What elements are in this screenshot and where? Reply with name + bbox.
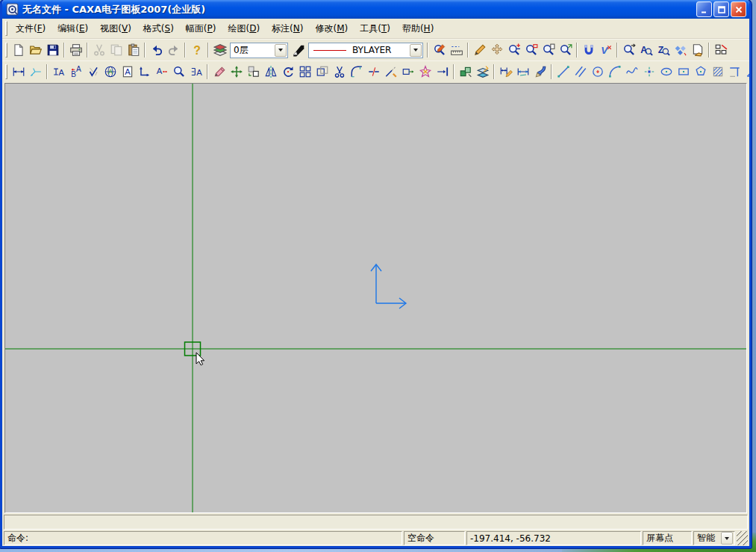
paste-button[interactable] xyxy=(125,42,142,59)
dynamic-pan-button[interactable] xyxy=(471,42,488,59)
help-button[interactable]: ? xyxy=(188,42,205,59)
command-history[interactable] xyxy=(4,515,748,530)
point-button[interactable] xyxy=(640,63,657,81)
cut-button[interactable] xyxy=(90,42,107,59)
menu-file[interactable]: 文件(F) xyxy=(10,20,51,37)
copy-button[interactable] xyxy=(107,42,125,59)
text-display-button[interactable]: A xyxy=(637,42,655,59)
title-bar[interactable]: 无名文件 - CAXA电子图板2007(企业版) xyxy=(2,0,749,19)
menu-grip[interactable] xyxy=(5,21,7,36)
display-ruler-button[interactable] xyxy=(448,42,465,59)
document-preview-button[interactable] xyxy=(689,42,706,59)
rotate-button[interactable] xyxy=(279,63,296,81)
fillet-button[interactable] xyxy=(348,63,365,81)
move-button[interactable] xyxy=(228,63,245,81)
drawing-canvas[interactable] xyxy=(5,84,746,512)
polygon-button[interactable] xyxy=(692,63,709,81)
toolbar-grip[interactable] xyxy=(5,43,7,58)
toolbar-grip[interactable] xyxy=(5,64,7,79)
print-button[interactable] xyxy=(67,42,84,59)
menu-help[interactable]: 帮助(H) xyxy=(396,20,440,37)
zoom-previous-button[interactable] xyxy=(557,42,574,59)
text-annotation-button[interactable]: A xyxy=(119,63,136,81)
block-create-button[interactable] xyxy=(457,63,474,81)
close-button[interactable] xyxy=(731,1,746,17)
arc-button[interactable] xyxy=(606,63,623,81)
resize-grip[interactable] xyxy=(737,531,748,545)
menu-modify[interactable]: 修改(M) xyxy=(309,20,354,37)
parallel-line-button[interactable] xyxy=(572,63,589,81)
menu-dimension[interactable]: 标注(N) xyxy=(266,20,309,37)
layer-change-button[interactable] xyxy=(474,63,491,81)
leader-button[interactable] xyxy=(27,63,44,81)
text-annotation-icon: A xyxy=(121,65,134,78)
point-mode-button[interactable]: 屏幕点 xyxy=(643,531,692,545)
hatch-button[interactable] xyxy=(709,63,726,81)
rectangle-button[interactable] xyxy=(675,63,692,81)
block-visibility-button[interactable] xyxy=(712,42,729,59)
text-edit-button[interactable]: A xyxy=(187,63,204,81)
copy-translate-button[interactable] xyxy=(245,63,262,81)
align-button[interactable] xyxy=(434,63,451,81)
vector-snap-button[interactable]: V xyxy=(597,42,614,59)
incline-line-button[interactable] xyxy=(743,63,749,81)
zoom-in-out-button[interactable] xyxy=(505,42,522,59)
perpendicular-line-button[interactable] xyxy=(726,63,743,81)
minimize-button[interactable] xyxy=(696,1,712,17)
open-file-button[interactable] xyxy=(27,42,44,59)
menu-paper[interactable]: 幅面(P) xyxy=(180,20,222,37)
extend-button[interactable] xyxy=(382,63,399,81)
character-spacing-button[interactable]: A xyxy=(153,63,170,81)
stretch-button[interactable] xyxy=(399,63,416,81)
menu-draw[interactable]: 绘图(D) xyxy=(222,20,266,37)
datum-code-button[interactable]: A xyxy=(50,63,67,81)
coordinate-dimension-button[interactable] xyxy=(136,63,153,81)
menu-view[interactable]: 视图(V) xyxy=(94,20,137,37)
zoom-display-button[interactable]: Z xyxy=(655,42,672,59)
snap-mode-select[interactable]: 智能 xyxy=(693,531,735,545)
object-snap-button[interactable] xyxy=(580,42,597,59)
redo-button[interactable] xyxy=(165,42,182,59)
pan-display-button[interactable] xyxy=(620,42,637,59)
layer-manager-button[interactable] xyxy=(211,42,228,59)
layer-combo[interactable]: 0层 xyxy=(230,43,288,58)
fit-tolerance-button[interactable]: AB xyxy=(67,63,84,81)
offset-button[interactable] xyxy=(313,63,331,81)
dimension-inspect-button[interactable] xyxy=(170,63,187,81)
trim-button[interactable] xyxy=(331,63,348,81)
ellipse-button[interactable] xyxy=(657,63,675,81)
undo-button[interactable] xyxy=(148,42,165,59)
mirror-button[interactable] xyxy=(262,63,279,81)
zoom-all-button[interactable] xyxy=(540,42,557,59)
array-button[interactable] xyxy=(296,63,313,81)
line-button[interactable] xyxy=(554,63,572,81)
format-brush-button[interactable] xyxy=(531,63,549,81)
circle-button[interactable] xyxy=(589,63,606,81)
linetype-combo[interactable]: BYLAYER xyxy=(308,43,423,58)
refresh-display-button[interactable] xyxy=(672,42,689,59)
command-prompt[interactable]: 命令: xyxy=(4,531,402,545)
spline-button[interactable] xyxy=(623,63,640,81)
explode-button[interactable] xyxy=(416,63,434,81)
menu-tools[interactable]: 工具(T) xyxy=(354,20,396,37)
linetype-combo-arrow-icon[interactable] xyxy=(410,44,422,57)
maximize-button[interactable] xyxy=(713,1,729,17)
menu-edit[interactable]: 编辑(E) xyxy=(51,20,94,37)
new-file-button[interactable] xyxy=(10,42,27,59)
snap-mode-value: 智能 xyxy=(697,532,715,545)
dimension-button[interactable] xyxy=(10,63,27,81)
snap-mode-arrow-icon[interactable] xyxy=(721,532,733,545)
save-file-button[interactable] xyxy=(44,42,61,59)
zoom-window-button[interactable] xyxy=(522,42,540,59)
layer-combo-arrow-icon[interactable] xyxy=(275,44,287,57)
dimension-edit-button[interactable] xyxy=(497,63,514,81)
erase-button[interactable] xyxy=(210,63,228,81)
dynamic-zoom-button[interactable] xyxy=(431,42,448,59)
break-button[interactable] xyxy=(365,63,382,81)
surface-roughness-button[interactable]: A xyxy=(101,63,119,81)
color-settings-button[interactable] xyxy=(290,42,307,59)
menu-format[interactable]: 格式(S) xyxy=(137,20,180,37)
dimension-drive-button[interactable] xyxy=(514,63,531,81)
form-tolerance-button[interactable] xyxy=(84,63,101,81)
pan-button[interactable] xyxy=(488,42,505,59)
